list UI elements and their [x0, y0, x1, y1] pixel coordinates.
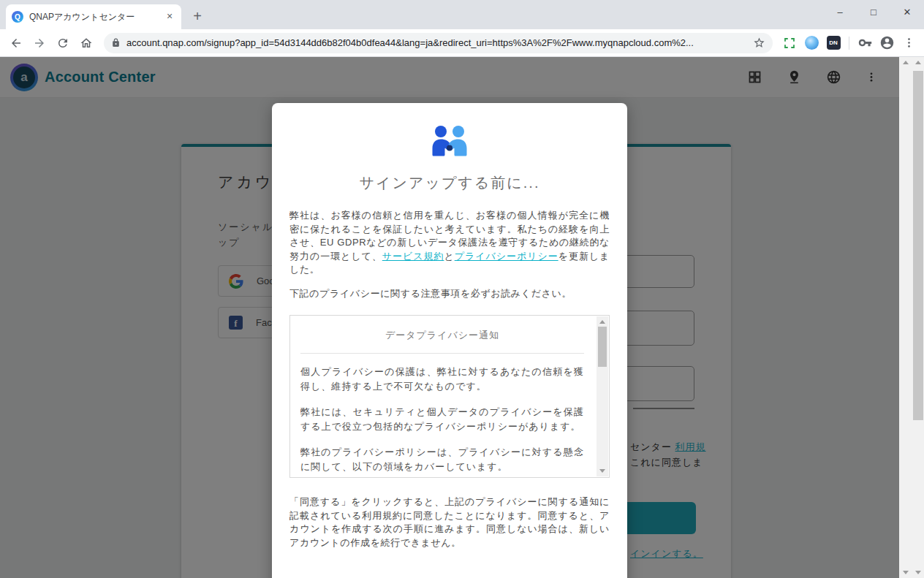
qnap-favicon-icon: Q	[12, 11, 23, 23]
profile-button[interactable]	[877, 34, 896, 53]
capture-extension-button[interactable]	[780, 34, 799, 53]
browser-window: Q QNAPアカウントセンター × + – □ ✕ account.qnap.c…	[0, 0, 924, 578]
notice-paragraph-1: 個人プライバシーの保護は、弊社に対するあなたの信頼を獲得し、維持する上で不可欠な…	[300, 365, 584, 394]
toolbar-separator	[849, 37, 849, 50]
window-close-button[interactable]: ✕	[890, 0, 924, 23]
page-scrollbar-thumb[interactable]	[913, 71, 923, 420]
forward-arrow-icon	[33, 37, 46, 50]
dialog-intro-paragraph: 弊社は、お客様の信頼と信用を重んじ、お客様の個人情報が完全に機密に保たれることを…	[289, 209, 610, 277]
notice-scrollbar-thumb[interactable]	[598, 327, 607, 367]
window-minimize-button[interactable]: –	[823, 0, 857, 23]
browser-tab[interactable]: Q QNAPアカウントセンター ×	[6, 4, 181, 29]
blue-extension-button[interactable]	[802, 34, 821, 53]
key-icon	[858, 36, 872, 50]
page-viewport: a Account Center アカウン ソーシャル ップ	[0, 57, 924, 578]
tab-title: QNAPアカウントセンター	[29, 11, 158, 23]
capture-frame-icon	[783, 37, 796, 50]
home-icon	[80, 37, 93, 50]
scroll-down-icon[interactable]	[903, 571, 909, 574]
notice-title: データプライバシー通知	[300, 329, 584, 342]
blue-circle-icon	[805, 36, 819, 50]
back-button[interactable]	[6, 33, 26, 53]
back-arrow-icon	[10, 37, 23, 50]
url-text: account.qnap.com/signup?app_id=54d3144dd…	[126, 37, 747, 48]
browser-menu-button[interactable]	[899, 34, 918, 53]
scroll-up-icon[interactable]	[915, 61, 921, 64]
avatar-icon	[879, 35, 895, 50]
notice-scrollbar[interactable]	[597, 316, 608, 476]
dialog-title: サインアップする前に...	[289, 173, 610, 193]
window-maximize-button[interactable]: □	[857, 0, 890, 23]
new-tab-button[interactable]: +	[187, 6, 208, 26]
handshake-icon	[426, 125, 473, 163]
intro-text-2: と	[444, 251, 454, 262]
scroll-down-icon[interactable]	[915, 571, 921, 574]
star-icon[interactable]	[753, 37, 765, 49]
scroll-up-icon[interactable]	[903, 61, 909, 64]
dialog-read-notice-line: 下記のプライバシーに関する注意事項を必ずお読みください。	[289, 287, 610, 301]
refresh-button[interactable]	[53, 33, 73, 53]
scroll-up-icon[interactable]	[599, 320, 605, 324]
window-controls: – □ ✕	[823, 0, 924, 23]
refresh-icon	[56, 37, 69, 50]
page-scrollbar[interactable]	[912, 57, 924, 578]
modal-scrollbar[interactable]	[899, 57, 912, 578]
browser-toolbar: account.qnap.com/signup?app_id=54d3144dd…	[0, 29, 924, 57]
dn-extension-button[interactable]: DN	[824, 34, 843, 53]
lock-icon	[111, 38, 121, 47]
dialog-agree-paragraph: 「同意する」をクリックすると、上記のプライバシーに関する通知に記載されている利用…	[289, 495, 610, 550]
tab-close-icon[interactable]: ×	[164, 11, 175, 23]
service-terms-link[interactable]: サービス規約	[382, 251, 444, 262]
password-manager-button[interactable]	[855, 34, 874, 53]
forward-button[interactable]	[29, 33, 50, 53]
dn-badge-icon: DN	[827, 36, 841, 50]
home-button[interactable]	[76, 33, 96, 53]
scroll-down-icon[interactable]	[599, 469, 605, 473]
tab-strip: Q QNAPアカウントセンター × + – □ ✕	[0, 0, 924, 29]
notice-paragraph-3: 弊社のプライバシーポリシーは、プライバシーに対する懸念に関して、以下の領域をカバ…	[300, 445, 584, 474]
privacy-notice-box: データプライバシー通知 個人プライバシーの保護は、弊社に対するあなたの信頼を獲得…	[289, 315, 610, 478]
privacy-policy-link[interactable]: プライバシーポリシー	[455, 251, 558, 262]
more-vertical-icon	[903, 37, 915, 49]
notice-divider	[300, 353, 584, 354]
page-content: a Account Center アカウン ソーシャル ップ	[0, 57, 899, 578]
privacy-consent-dialog: サインアップする前に... 弊社は、お客様の信頼と信用を重んじ、お客様の個人情報…	[272, 103, 627, 578]
address-bar[interactable]: account.qnap.com/signup?app_id=54d3144dd…	[104, 33, 773, 53]
notice-paragraph-2: 弊社には、セキュリティと個人データのプライバシーを保護する上で役立つ包括的なプラ…	[300, 405, 584, 434]
